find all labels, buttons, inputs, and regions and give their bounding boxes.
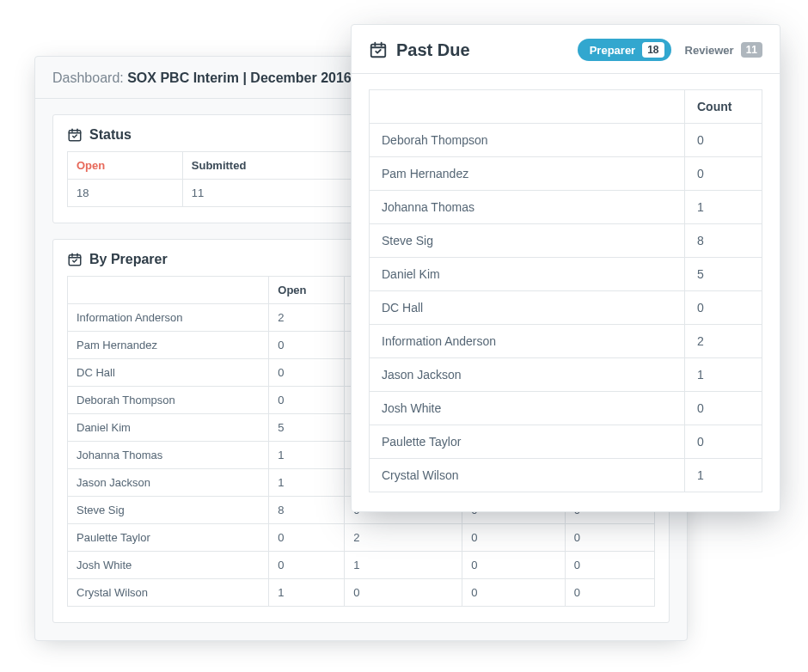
pd-cell-name: Paulette Taylor	[370, 425, 685, 459]
bp-cell-closed: 0	[565, 552, 654, 579]
tab-reviewer[interactable]: Reviewer 11	[685, 39, 762, 61]
tab-preparer[interactable]: Preparer 18	[578, 39, 671, 61]
pd-cell-name: Daniel Kim	[370, 258, 685, 291]
calendar-check-icon	[67, 252, 83, 267]
bp-cell-submitted: 0	[345, 579, 462, 607]
bp-cell-certified: 0	[462, 579, 565, 607]
status-header-submitted[interactable]: Submitted	[182, 152, 362, 180]
table-row[interactable]: Josh White0100	[68, 552, 655, 579]
calendar-check-icon	[67, 127, 83, 143]
past-due-table: Count Deborah Thompson0Pam Hernandez0Joh…	[369, 89, 762, 492]
table-row[interactable]: Crystal Wilson1	[370, 459, 762, 492]
bp-cell-name: DC Hall	[68, 359, 269, 387]
pd-cell-count: 5	[685, 258, 762, 291]
table-row[interactable]: Daniel Kim5	[370, 258, 762, 291]
bp-cell-open: 5	[269, 414, 345, 442]
bp-cell-submitted: 2	[345, 524, 462, 552]
bp-header-name	[68, 277, 269, 304]
table-row[interactable]: Paulette Taylor0200	[68, 524, 655, 552]
dashboard-title: SOX PBC Interim | December 2016	[127, 70, 352, 85]
bp-cell-name: Deborah Thompson	[68, 387, 269, 414]
svg-rect-8	[371, 45, 386, 58]
table-row[interactable]: Josh White0	[370, 392, 762, 425]
bp-cell-name: Josh White	[68, 552, 269, 579]
svg-rect-4	[69, 255, 81, 266]
tab-preparer-count: 18	[642, 42, 664, 58]
pd-cell-name: Crystal Wilson	[370, 459, 685, 492]
bp-cell-certified: 0	[462, 524, 565, 552]
bp-cell-open: 0	[269, 524, 345, 552]
pd-header-count: Count	[685, 90, 762, 124]
pd-cell-name: Pam Hernandez	[370, 157, 685, 191]
bp-cell-name: Steve Sig	[68, 497, 269, 524]
past-due-body: Count Deborah Thompson0Pam Hernandez0Joh…	[352, 74, 780, 511]
bp-cell-open: 1	[269, 579, 345, 607]
past-due-panel: Past Due Preparer 18 Reviewer 11 Count D…	[351, 24, 780, 512]
bp-cell-name: Paulette Taylor	[68, 524, 269, 552]
pd-cell-count: 1	[685, 358, 762, 392]
bp-cell-open: 8	[269, 497, 345, 524]
pd-cell-count: 2	[685, 325, 762, 358]
bp-cell-name: Jason Jackson	[68, 469, 269, 497]
bp-cell-name: Information Anderson	[68, 304, 269, 332]
table-row[interactable]: Deborah Thompson0	[370, 124, 762, 157]
pd-cell-count: 1	[685, 459, 762, 492]
bp-cell-name: Pam Hernandez	[68, 332, 269, 359]
table-row[interactable]: Information Anderson2	[370, 325, 762, 358]
pd-cell-name: Deborah Thompson	[370, 124, 685, 157]
bp-cell-submitted: 1	[345, 552, 462, 579]
status-header-open[interactable]: Open	[68, 152, 183, 180]
table-row[interactable]: Steve Sig8	[370, 224, 762, 258]
status-title-text: Status	[89, 127, 132, 143]
by-preparer-title-text: By Preparer	[89, 252, 168, 267]
bp-cell-open: 0	[269, 387, 345, 414]
pd-cell-count: 0	[685, 425, 762, 459]
table-row[interactable]: Jason Jackson1	[370, 358, 762, 392]
bp-cell-open: 1	[269, 469, 345, 497]
pd-cell-name: Jason Jackson	[370, 358, 685, 392]
past-due-header: Past Due Preparer 18 Reviewer 11	[352, 25, 780, 74]
table-row[interactable]: Pam Hernandez0	[370, 157, 762, 191]
bp-cell-certified: 0	[462, 552, 565, 579]
pd-cell-count: 1	[685, 191, 762, 224]
table-row[interactable]: Johanna Thomas1	[370, 191, 762, 224]
bp-cell-open: 2	[269, 304, 345, 332]
pd-cell-count: 0	[685, 291, 762, 325]
pd-cell-name: DC Hall	[370, 291, 685, 325]
pd-header-name	[370, 90, 685, 124]
svg-rect-0	[69, 131, 81, 141]
bp-cell-name: Crystal Wilson	[68, 579, 269, 607]
status-value-submitted: 11	[182, 180, 362, 207]
pd-cell-count: 0	[685, 392, 762, 425]
pd-cell-count: 0	[685, 157, 762, 191]
table-row[interactable]: Crystal Wilson1000	[68, 579, 655, 607]
bp-cell-name: Johanna Thomas	[68, 442, 269, 469]
table-row[interactable]: Paulette Taylor0	[370, 425, 762, 459]
calendar-check-icon	[369, 40, 388, 59]
bp-cell-open: 1	[269, 442, 345, 469]
pd-cell-name: Josh White	[370, 392, 685, 425]
bp-cell-name: Daniel Kim	[68, 414, 269, 442]
bp-cell-closed: 0	[565, 579, 654, 607]
bp-header-open[interactable]: Open	[269, 277, 345, 304]
tab-reviewer-label: Reviewer	[685, 44, 734, 57]
past-due-tabs: Preparer 18 Reviewer 11	[578, 39, 762, 61]
dashboard-label: Dashboard:	[52, 70, 124, 85]
pd-cell-name: Information Anderson	[370, 325, 685, 358]
bp-cell-closed: 0	[565, 524, 654, 552]
pd-cell-name: Steve Sig	[370, 224, 685, 258]
pd-cell-name: Johanna Thomas	[370, 191, 685, 224]
past-due-title-text: Past Due	[396, 40, 470, 60]
tab-reviewer-count: 11	[741, 42, 762, 58]
pd-cell-count: 0	[685, 124, 762, 157]
status-value-open: 18	[68, 180, 183, 207]
bp-cell-open: 0	[269, 359, 345, 387]
bp-cell-open: 0	[269, 552, 345, 579]
tab-preparer-label: Preparer	[590, 44, 635, 57]
table-row[interactable]: DC Hall0	[370, 291, 762, 325]
pd-cell-count: 8	[685, 224, 762, 258]
bp-cell-open: 0	[269, 332, 345, 359]
